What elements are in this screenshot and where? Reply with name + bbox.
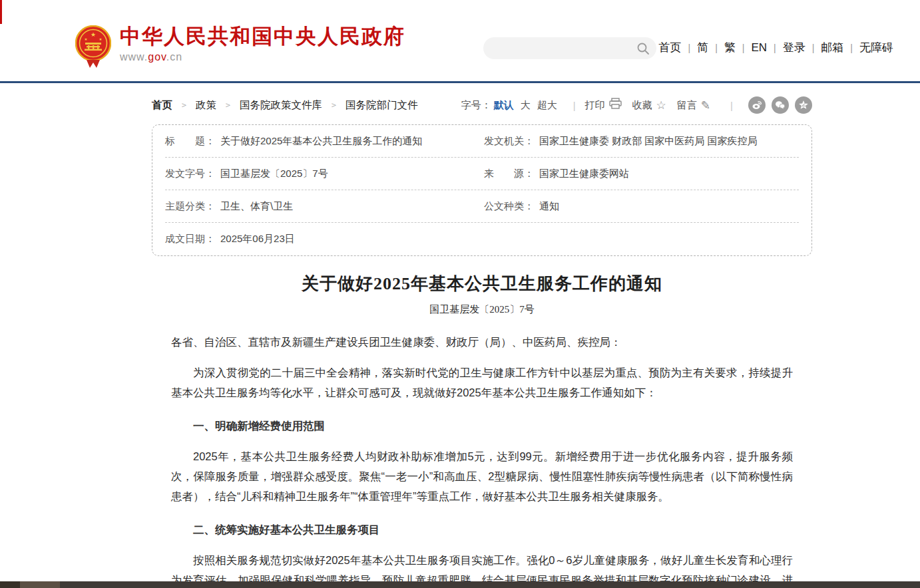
comment-label: 留言 bbox=[677, 99, 697, 112]
site-logo[interactable]: ★ ★ ★ 中华人民共和国中央人民政府 www.gov.cn bbox=[75, 25, 405, 69]
meta-row: 成文日期： 2025年06月23日 bbox=[165, 223, 799, 255]
nav-traditional[interactable]: 繁 bbox=[724, 40, 736, 55]
meta-value-doc-number: 国卫基层发〔2025〕7号 bbox=[220, 168, 328, 180]
site-header: ★ ★ ★ 中华人民共和国中央人民政府 www.gov.cn 首页 | 简 bbox=[0, 0, 920, 83]
meta-label-title: 标 题： bbox=[165, 135, 215, 148]
page-content: 首页 ＞ 政策 ＞ 国务院政策文件库 ＞ 国务院部门文件 字号： 默认 大 超大… bbox=[152, 95, 812, 588]
star-icon: ☆ bbox=[656, 98, 666, 112]
nav-accessibility[interactable]: 无障碍 bbox=[859, 40, 893, 55]
article-doc-number: 国卫基层发〔2025〕7号 bbox=[171, 303, 793, 316]
meta-row: 发文字号： 国卫基层发〔2025〕7号 来 源： 国家卫生健康委网站 bbox=[165, 158, 799, 190]
nav-separator: | bbox=[812, 43, 815, 53]
meta-label-issuing-agency: 发文机关： bbox=[484, 135, 534, 148]
site-url: www.gov.cn bbox=[120, 51, 405, 63]
nav-english[interactable]: EN bbox=[751, 41, 767, 55]
article-section-heading-1: 一、明确新增经费使用范围 bbox=[171, 416, 793, 436]
svg-text:★: ★ bbox=[85, 37, 88, 41]
article: 关于做好2025年基本公共卫生服务工作的通知 国卫基层发〔2025〕7号 各省、… bbox=[152, 272, 812, 588]
toolbar-separator: | bbox=[573, 100, 576, 111]
bottom-bar-segment bbox=[0, 581, 20, 588]
pencil-icon: ✎ bbox=[701, 98, 710, 112]
site-url-mid: gov bbox=[148, 51, 166, 63]
share-star-icon[interactable] bbox=[795, 96, 812, 114]
favorite-label: 收藏 bbox=[632, 99, 652, 112]
article-paragraph: 为深入贯彻党的二十届三中全会精神，落实新时代党的卫生与健康工作方针中以基层为重点… bbox=[171, 363, 793, 402]
breadcrumb-department-docs[interactable]: 国务院部门文件 bbox=[345, 98, 418, 112]
document-toolbar: 字号： 默认 大 超大 | 打印 收藏 ☆ 留言 bbox=[461, 95, 812, 115]
font-size-xlarge-button[interactable]: 超大 bbox=[537, 99, 557, 112]
comment-button[interactable]: 留言 ✎ bbox=[677, 98, 710, 112]
red-corner-tick bbox=[0, 0, 2, 24]
meta-value-topic-category: 卫生、体育\卫生 bbox=[220, 200, 293, 213]
meta-row: 主题分类： 卫生、体育\卫生 公文种类： 通知 bbox=[165, 190, 799, 223]
search-icon[interactable] bbox=[636, 37, 656, 59]
site-url-prefix: www. bbox=[120, 51, 148, 63]
chevron-right-icon: ＞ bbox=[224, 99, 232, 111]
print-button[interactable]: 打印 bbox=[585, 98, 622, 112]
nav-separator: | bbox=[715, 43, 718, 53]
printer-icon bbox=[609, 98, 622, 112]
site-title: 中华人民共和国中央人民政府 bbox=[120, 25, 405, 48]
nav-separator: | bbox=[742, 43, 745, 53]
article-title: 关于做好2025年基本公共卫生服务工作的通知 bbox=[171, 272, 793, 295]
nav-simplified[interactable]: 简 bbox=[697, 40, 708, 55]
favorite-button[interactable]: 收藏 ☆ bbox=[632, 98, 666, 112]
meta-value-date: 2025年06月23日 bbox=[220, 233, 295, 245]
meta-label-date: 成文日期： bbox=[165, 233, 215, 245]
svg-text:★: ★ bbox=[99, 37, 103, 41]
svg-text:★: ★ bbox=[91, 31, 96, 38]
weibo-icon[interactable] bbox=[748, 96, 766, 114]
font-size-large-button[interactable]: 大 bbox=[521, 99, 531, 112]
meta-value-issuing-agency: 国家卫生健康委 财政部 国家中医药局 国家疾控局 bbox=[539, 135, 758, 148]
document-meta-table: 标 题： 关于做好2025年基本公共卫生服务工作的通知 发文机关： 国家卫生健康… bbox=[152, 124, 812, 256]
meta-label-source: 来 源： bbox=[484, 168, 534, 180]
nav-separator: | bbox=[688, 43, 691, 53]
chevron-right-icon: ＞ bbox=[330, 99, 338, 111]
font-size-default-button[interactable]: 默认 bbox=[494, 99, 514, 112]
meta-label-topic-category: 主题分类： bbox=[165, 200, 215, 213]
nav-separator: | bbox=[774, 43, 776, 53]
breadcrumb-policy-library[interactable]: 国务院政策文件库 bbox=[240, 98, 322, 112]
search-input[interactable] bbox=[483, 43, 636, 54]
bottom-bar-segment bbox=[20, 581, 60, 588]
search-box[interactable] bbox=[483, 37, 656, 59]
article-paragraph: 2025年，基本公共卫生服务经费人均财政补助标准增加5元，达到99元。新增经费用… bbox=[171, 446, 793, 506]
chevron-right-icon: ＞ bbox=[180, 99, 188, 111]
article-section-heading-2: 二、统筹实施好基本公共卫生服务项目 bbox=[171, 519, 793, 539]
nav-separator: | bbox=[850, 43, 853, 53]
font-size-label: 字号： bbox=[461, 99, 491, 112]
nav-login[interactable]: 登录 bbox=[783, 40, 805, 55]
meta-row: 标 题： 关于做好2025年基本公共卫生服务工作的通知 发文机关： 国家卫生健康… bbox=[165, 125, 799, 158]
article-salutation: 各省、自治区、直辖市及新疆生产建设兵团卫生健康委、财政厅（局）、中医药局、疾控局… bbox=[171, 332, 793, 352]
meta-label-doc-number: 发文字号： bbox=[165, 168, 215, 180]
breadcrumb: 首页 ＞ 政策 ＞ 国务院政策文件库 ＞ 国务院部门文件 bbox=[152, 98, 418, 112]
nav-mail[interactable]: 邮箱 bbox=[821, 40, 843, 55]
print-label: 打印 bbox=[585, 99, 605, 112]
breadcrumb-policy[interactable]: 政策 bbox=[196, 98, 216, 112]
national-emblem-icon: ★ ★ ★ bbox=[75, 25, 111, 69]
nav-home[interactable]: 首页 bbox=[659, 40, 682, 55]
wechat-icon[interactable] bbox=[772, 96, 789, 114]
meta-value-doc-type: 通知 bbox=[539, 200, 559, 213]
meta-label-doc-type: 公文种类： bbox=[484, 200, 534, 213]
meta-value-source: 国家卫生健康委网站 bbox=[539, 168, 629, 180]
breadcrumb-home[interactable]: 首页 bbox=[152, 98, 172, 112]
bottom-bar bbox=[0, 581, 920, 588]
toolbar-separator: | bbox=[730, 100, 733, 111]
top-nav: 首页 | 简 | 繁 | EN | 登录 | 邮箱 | 无障碍 bbox=[659, 40, 893, 55]
meta-value-title: 关于做好2025年基本公共卫生服务工作的通知 bbox=[220, 135, 422, 148]
site-url-suffix: .cn bbox=[166, 51, 182, 63]
